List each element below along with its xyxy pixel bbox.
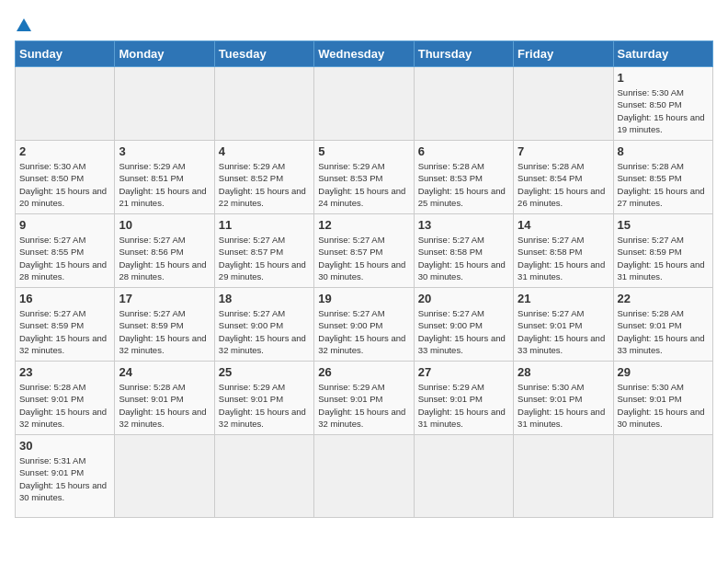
day-info: Sunrise: 5:27 AM Sunset: 9:00 PM Dayligh… xyxy=(318,307,409,356)
day-info: Sunrise: 5:28 AM Sunset: 8:55 PM Dayligh… xyxy=(618,160,709,209)
day-cell-empty xyxy=(115,67,214,141)
day-info: Sunrise: 5:28 AM Sunset: 8:53 PM Dayligh… xyxy=(418,160,509,209)
day-cell-empty xyxy=(414,67,513,141)
logo xyxy=(15,15,31,31)
day-header-saturday: Saturday xyxy=(613,41,712,67)
day-cell-empty xyxy=(314,435,414,518)
day-cell-6: 6Sunrise: 5:28 AM Sunset: 8:53 PM Daylig… xyxy=(414,141,513,214)
day-header-monday: Monday xyxy=(115,41,214,67)
day-cell-empty xyxy=(414,435,513,518)
day-info: Sunrise: 5:29 AM Sunset: 8:51 PM Dayligh… xyxy=(119,160,210,209)
day-cell-21: 21Sunrise: 5:27 AM Sunset: 9:01 PM Dayli… xyxy=(514,288,613,362)
day-number: 28 xyxy=(518,365,609,379)
day-info: Sunrise: 5:29 AM Sunset: 8:52 PM Dayligh… xyxy=(219,160,310,209)
day-cell-25: 25Sunrise: 5:29 AM Sunset: 9:01 PM Dayli… xyxy=(214,362,313,435)
day-cell-26: 26Sunrise: 5:29 AM Sunset: 9:01 PM Dayli… xyxy=(314,362,414,435)
day-number: 26 xyxy=(318,365,409,379)
day-number: 15 xyxy=(618,218,709,232)
day-info: Sunrise: 5:28 AM Sunset: 8:54 PM Dayligh… xyxy=(518,160,609,209)
day-number: 13 xyxy=(418,218,509,232)
day-info: Sunrise: 5:27 AM Sunset: 8:56 PM Dayligh… xyxy=(119,234,210,282)
day-info: Sunrise: 5:27 AM Sunset: 9:01 PM Dayligh… xyxy=(518,307,609,356)
week-row-1: 1Sunrise: 5:30 AM Sunset: 8:50 PM Daylig… xyxy=(16,67,713,141)
day-cell-2: 2Sunrise: 5:30 AM Sunset: 8:50 PM Daylig… xyxy=(16,141,115,214)
day-number: 9 xyxy=(19,218,110,232)
calendar-table: SundayMondayTuesdayWednesdayThursdayFrid… xyxy=(15,40,713,518)
day-number: 18 xyxy=(219,292,310,305)
day-cell-29: 29Sunrise: 5:30 AM Sunset: 9:01 PM Dayli… xyxy=(613,362,712,435)
day-cell-9: 9Sunrise: 5:27 AM Sunset: 8:55 PM Daylig… xyxy=(16,214,115,288)
day-number: 12 xyxy=(318,218,409,232)
day-cell-24: 24Sunrise: 5:28 AM Sunset: 9:01 PM Dayli… xyxy=(115,362,214,435)
day-number: 22 xyxy=(618,292,709,305)
day-cell-13: 13Sunrise: 5:27 AM Sunset: 8:58 PM Dayli… xyxy=(414,214,513,288)
day-number: 17 xyxy=(119,292,210,305)
day-cell-empty xyxy=(613,435,712,518)
week-row-3: 9Sunrise: 5:27 AM Sunset: 8:55 PM Daylig… xyxy=(16,214,713,288)
day-cell-empty xyxy=(314,67,414,141)
day-cell-28: 28Sunrise: 5:30 AM Sunset: 9:01 PM Dayli… xyxy=(514,362,613,435)
day-cell-10: 10Sunrise: 5:27 AM Sunset: 8:56 PM Dayli… xyxy=(115,214,214,288)
day-header-thursday: Thursday xyxy=(414,41,513,67)
day-cell-12: 12Sunrise: 5:27 AM Sunset: 8:57 PM Dayli… xyxy=(314,214,414,288)
day-info: Sunrise: 5:28 AM Sunset: 9:01 PM Dayligh… xyxy=(119,381,210,430)
day-number: 2 xyxy=(19,144,110,158)
day-cell-empty xyxy=(214,67,313,141)
week-row-5: 23Sunrise: 5:28 AM Sunset: 9:01 PM Dayli… xyxy=(16,362,713,435)
day-info: Sunrise: 5:27 AM Sunset: 8:57 PM Dayligh… xyxy=(318,234,409,282)
day-number: 30 xyxy=(19,439,110,453)
day-info: Sunrise: 5:29 AM Sunset: 9:01 PM Dayligh… xyxy=(318,381,409,430)
day-cell-1: 1Sunrise: 5:30 AM Sunset: 8:50 PM Daylig… xyxy=(613,67,712,141)
day-info: Sunrise: 5:27 AM Sunset: 8:59 PM Dayligh… xyxy=(19,307,110,356)
day-info: Sunrise: 5:27 AM Sunset: 9:00 PM Dayligh… xyxy=(418,307,509,356)
day-number: 24 xyxy=(119,365,210,379)
day-number: 25 xyxy=(219,365,310,379)
day-header-tuesday: Tuesday xyxy=(214,41,313,67)
day-cell-empty xyxy=(514,435,613,518)
day-cell-3: 3Sunrise: 5:29 AM Sunset: 8:51 PM Daylig… xyxy=(115,141,214,214)
day-number: 6 xyxy=(418,144,509,158)
day-number: 20 xyxy=(418,292,509,305)
day-info: Sunrise: 5:27 AM Sunset: 8:57 PM Dayligh… xyxy=(219,234,310,282)
day-info: Sunrise: 5:29 AM Sunset: 9:01 PM Dayligh… xyxy=(219,381,310,430)
day-info: Sunrise: 5:29 AM Sunset: 8:53 PM Dayligh… xyxy=(318,160,409,209)
day-cell-11: 11Sunrise: 5:27 AM Sunset: 8:57 PM Dayli… xyxy=(214,214,313,288)
day-header-sunday: Sunday xyxy=(16,41,115,67)
day-cell-23: 23Sunrise: 5:28 AM Sunset: 9:01 PM Dayli… xyxy=(16,362,115,435)
day-number: 27 xyxy=(418,365,509,379)
day-cell-19: 19Sunrise: 5:27 AM Sunset: 9:00 PM Dayli… xyxy=(314,288,414,362)
day-cell-4: 4Sunrise: 5:29 AM Sunset: 8:52 PM Daylig… xyxy=(214,141,313,214)
day-number: 11 xyxy=(219,218,310,232)
day-cell-empty xyxy=(214,435,313,518)
day-number: 14 xyxy=(518,218,609,232)
day-info: Sunrise: 5:30 AM Sunset: 8:50 PM Dayligh… xyxy=(618,86,709,135)
day-cell-empty xyxy=(514,67,613,141)
day-header-wednesday: Wednesday xyxy=(314,41,414,67)
day-header-friday: Friday xyxy=(514,41,613,67)
day-number: 3 xyxy=(119,144,210,158)
day-number: 1 xyxy=(618,71,709,85)
day-info: Sunrise: 5:27 AM Sunset: 8:58 PM Dayligh… xyxy=(518,234,609,282)
day-number: 7 xyxy=(518,144,609,158)
header-row: SundayMondayTuesdayWednesdayThursdayFrid… xyxy=(16,41,713,67)
day-cell-27: 27Sunrise: 5:29 AM Sunset: 9:01 PM Dayli… xyxy=(414,362,513,435)
day-number: 5 xyxy=(318,144,409,158)
day-cell-15: 15Sunrise: 5:27 AM Sunset: 8:59 PM Dayli… xyxy=(613,214,712,288)
day-cell-22: 22Sunrise: 5:28 AM Sunset: 9:01 PM Dayli… xyxy=(613,288,712,362)
day-cell-17: 17Sunrise: 5:27 AM Sunset: 8:59 PM Dayli… xyxy=(115,288,214,362)
day-cell-5: 5Sunrise: 5:29 AM Sunset: 8:53 PM Daylig… xyxy=(314,141,414,214)
day-info: Sunrise: 5:29 AM Sunset: 9:01 PM Dayligh… xyxy=(418,381,509,430)
day-number: 4 xyxy=(219,144,310,158)
day-info: Sunrise: 5:27 AM Sunset: 8:59 PM Dayligh… xyxy=(618,234,709,282)
day-info: Sunrise: 5:30 AM Sunset: 9:01 PM Dayligh… xyxy=(618,381,709,430)
day-cell-18: 18Sunrise: 5:27 AM Sunset: 9:00 PM Dayli… xyxy=(214,288,313,362)
day-cell-empty xyxy=(115,435,214,518)
week-row-2: 2Sunrise: 5:30 AM Sunset: 8:50 PM Daylig… xyxy=(16,141,713,214)
day-cell-7: 7Sunrise: 5:28 AM Sunset: 8:54 PM Daylig… xyxy=(514,141,613,214)
day-info: Sunrise: 5:28 AM Sunset: 9:01 PM Dayligh… xyxy=(19,381,110,430)
day-number: 21 xyxy=(518,292,609,305)
day-info: Sunrise: 5:27 AM Sunset: 8:55 PM Dayligh… xyxy=(19,234,110,282)
day-number: 8 xyxy=(618,144,709,158)
day-number: 29 xyxy=(618,365,709,379)
day-info: Sunrise: 5:30 AM Sunset: 9:01 PM Dayligh… xyxy=(518,381,609,430)
